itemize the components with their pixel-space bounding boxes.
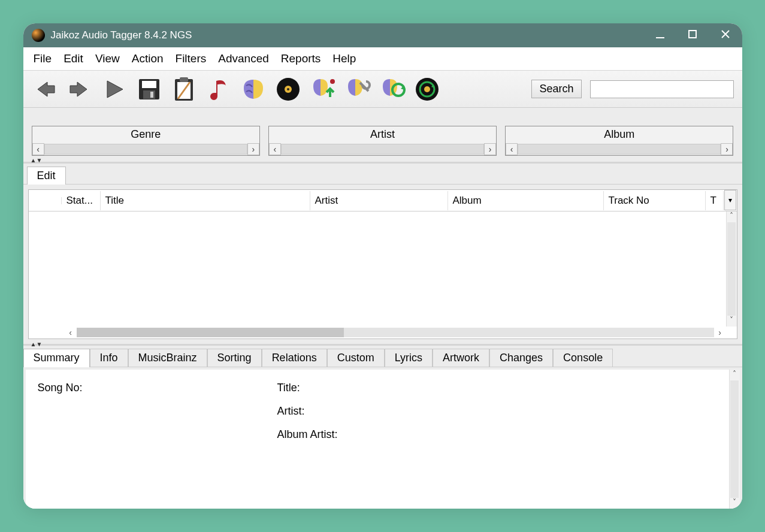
scroll-left-icon[interactable]: ‹ bbox=[32, 143, 44, 155]
maximize-icon bbox=[688, 30, 697, 38]
scroll-right-icon[interactable]: › bbox=[484, 143, 496, 155]
scroll-track[interactable] bbox=[281, 144, 484, 155]
svg-rect-3 bbox=[150, 92, 153, 98]
scroll-up-icon[interactable]: ˄ bbox=[730, 211, 733, 222]
scroll-down-icon[interactable]: ˅ bbox=[733, 498, 736, 509]
menu-bar: File Edit View Action Filters Advanced R… bbox=[23, 47, 742, 71]
scroll-left-icon[interactable]: ‹ bbox=[65, 328, 77, 337]
menu-file[interactable]: File bbox=[28, 51, 58, 66]
songs-table: Stat... Title Artist Album Track No T ˄ … bbox=[28, 189, 737, 339]
tab-relations[interactable]: Relations bbox=[262, 349, 327, 367]
table-rows-empty bbox=[29, 211, 726, 327]
detail-album-artist-label: Album Artist: bbox=[277, 428, 338, 441]
detail-title-label: Title: bbox=[277, 382, 338, 394]
svg-rect-6 bbox=[180, 77, 188, 82]
tab-artwork[interactable]: Artwork bbox=[433, 349, 489, 367]
minimize-button[interactable] bbox=[656, 30, 664, 41]
splitter-handle-icon[interactable]: ▲▼ bbox=[31, 341, 43, 347]
clipboard-button[interactable] bbox=[171, 76, 197, 102]
vinyl-refresh-button[interactable] bbox=[414, 76, 440, 102]
scroll-left-icon[interactable]: ‹ bbox=[269, 143, 281, 155]
detail-artist-label: Artist: bbox=[277, 405, 338, 418]
play-button[interactable] bbox=[101, 76, 128, 102]
scroll-right-icon[interactable]: › bbox=[714, 328, 726, 337]
tab-summary[interactable]: Summary bbox=[23, 349, 90, 367]
brain-refresh-button[interactable] bbox=[379, 76, 406, 102]
column-artist[interactable]: Artist bbox=[310, 191, 448, 210]
title-bar: Jaikoz Audio Tagger 8.4.2 NGS bbox=[23, 23, 742, 47]
scroll-track[interactable] bbox=[44, 144, 247, 155]
scroll-up-icon[interactable]: ˄ bbox=[733, 370, 736, 380]
column-extra[interactable]: T bbox=[706, 191, 724, 210]
tab-console[interactable]: Console bbox=[553, 349, 613, 367]
detail-tab-row: ▲▼ Summary Info MusicBrainz Sorting Rela… bbox=[23, 346, 742, 367]
menu-advanced[interactable]: Advanced bbox=[213, 51, 274, 66]
menu-reports[interactable]: Reports bbox=[276, 51, 326, 66]
save-button[interactable] bbox=[136, 76, 162, 102]
minimize-icon bbox=[656, 37, 664, 38]
table-vertical-scrollbar[interactable]: ˄ ˅ bbox=[726, 211, 737, 327]
edit-tab-row: Edit bbox=[23, 164, 742, 185]
brain-button[interactable] bbox=[240, 76, 267, 102]
scroll-down-icon[interactable]: ˅ bbox=[730, 316, 733, 327]
table-horizontal-scrollbar[interactable]: ‹ › bbox=[65, 327, 726, 338]
brain-upload-icon bbox=[310, 77, 336, 102]
filter-artist-title: Artist bbox=[269, 126, 496, 143]
svg-rect-1 bbox=[142, 81, 156, 88]
menu-view[interactable]: View bbox=[90, 51, 125, 66]
song-no-label: Song No: bbox=[38, 382, 83, 394]
scroll-track[interactable] bbox=[77, 328, 714, 337]
scroll-thumb[interactable] bbox=[77, 328, 344, 337]
tab-custom[interactable]: Custom bbox=[327, 349, 385, 367]
filter-panel: Genre ‹ › Artist ‹ › Album ‹ › ▲▼ bbox=[23, 108, 742, 164]
search-input[interactable] bbox=[590, 80, 734, 98]
vinyl-refresh-icon bbox=[415, 77, 440, 102]
filter-genre-title: Genre bbox=[32, 126, 259, 143]
music-note-button[interactable] bbox=[205, 76, 232, 102]
tab-musicbrainz[interactable]: MusicBrainz bbox=[128, 349, 207, 367]
menu-filters[interactable]: Filters bbox=[170, 51, 212, 66]
brain-upload-button[interactable] bbox=[310, 76, 336, 102]
filter-album: Album ‹ › bbox=[505, 126, 733, 156]
menu-help[interactable]: Help bbox=[327, 51, 361, 66]
column-title[interactable]: Title bbox=[101, 191, 310, 210]
column-selector-button[interactable]: ▾ bbox=[724, 190, 736, 210]
forward-button[interactable] bbox=[66, 76, 93, 102]
scroll-track[interactable] bbox=[730, 380, 739, 498]
brain-refresh-icon bbox=[379, 77, 406, 102]
details-vertical-scrollbar[interactable]: ˄ ˅ bbox=[729, 370, 740, 509]
scroll-left-icon[interactable]: ‹ bbox=[506, 143, 518, 155]
column-album[interactable]: Album bbox=[448, 191, 604, 210]
column-blank[interactable] bbox=[29, 197, 62, 204]
menu-action[interactable]: Action bbox=[126, 51, 169, 66]
filter-album-scrollbar[interactable]: ‹ › bbox=[506, 143, 733, 155]
scroll-right-icon[interactable]: › bbox=[247, 143, 259, 155]
filter-genre-scrollbar[interactable]: ‹ › bbox=[32, 143, 259, 155]
splitter-handle-icon[interactable]: ▲▼ bbox=[31, 157, 43, 164]
column-track-no[interactable]: Track No bbox=[604, 191, 706, 210]
scroll-right-icon[interactable]: › bbox=[721, 143, 733, 155]
arrow-left-icon bbox=[33, 80, 57, 99]
close-icon bbox=[721, 29, 730, 39]
scroll-track[interactable] bbox=[518, 144, 721, 155]
filter-genre: Genre ‹ › bbox=[32, 126, 260, 156]
app-icon bbox=[32, 29, 45, 42]
column-status[interactable]: Stat... bbox=[62, 191, 101, 210]
scroll-track[interactable] bbox=[727, 222, 736, 316]
brain-icon bbox=[240, 77, 267, 101]
table-body: ˄ ˅ bbox=[29, 211, 737, 327]
back-button[interactable] bbox=[32, 76, 58, 102]
close-button[interactable] bbox=[721, 29, 730, 41]
filter-artist-scrollbar[interactable]: ‹ › bbox=[269, 143, 496, 155]
tab-edit[interactable]: Edit bbox=[27, 167, 66, 185]
tab-info[interactable]: Info bbox=[90, 349, 128, 367]
menu-edit[interactable]: Edit bbox=[58, 51, 89, 66]
floppy-disk-icon bbox=[137, 77, 161, 101]
tab-sorting[interactable]: Sorting bbox=[207, 349, 262, 367]
brain-settings-button[interactable] bbox=[344, 76, 371, 102]
window-title: Jaikoz Audio Tagger 8.4.2 NGS bbox=[51, 29, 650, 41]
tab-lyrics[interactable]: Lyrics bbox=[385, 349, 433, 367]
tab-changes[interactable]: Changes bbox=[489, 349, 553, 367]
vinyl-button[interactable] bbox=[275, 76, 301, 102]
maximize-button[interactable] bbox=[688, 30, 697, 41]
